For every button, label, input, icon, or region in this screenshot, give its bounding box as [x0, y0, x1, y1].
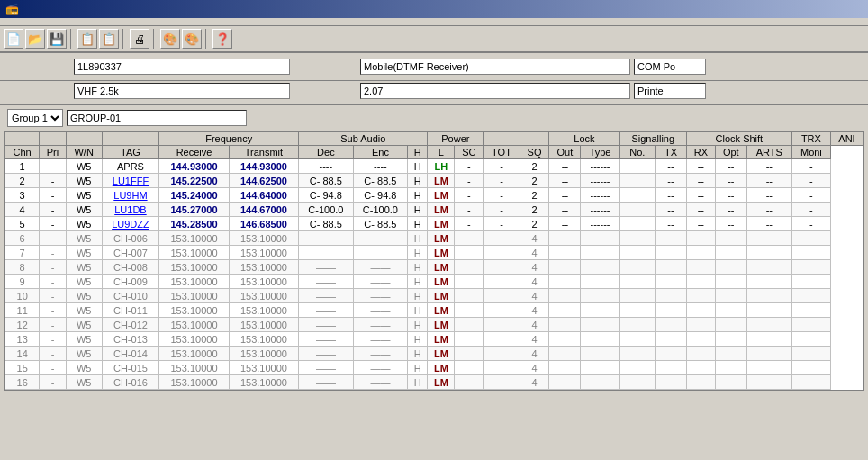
save-button[interactable]: 💾 [47, 29, 67, 49]
table-row[interactable]: 4 - W5 LU1DB 145.27000 144.67000 C-100.0… [5, 203, 863, 217]
cell-out [549, 375, 581, 390]
freq-band-input[interactable] [74, 83, 290, 99]
printer-input[interactable] [634, 83, 706, 99]
table-row[interactable]: 1 W5 APRS 144.93000 144.93000 ---- ---- … [5, 159, 863, 174]
cell-pri: - [40, 361, 66, 375]
cell-l: LM [428, 332, 455, 347]
cell-type [581, 375, 619, 390]
group-area: Group 1 Group 2 Group 3 Group 4 Group 5 [0, 105, 868, 131]
menu-signalling[interactable] [68, 20, 83, 23]
cell-rx: -- [686, 203, 715, 217]
table-row[interactable]: 10 - W5 CH-010 153.10000 153.10000 —— ——… [5, 289, 863, 303]
table-row[interactable]: 11 - W5 CH-011 153.10000 153.10000 —— ——… [5, 303, 863, 318]
cell-no [619, 289, 656, 303]
cell-type [581, 318, 619, 332]
cell-tag[interactable]: CH-011 [102, 303, 159, 318]
cell-tag[interactable]: LU1DB [102, 203, 159, 217]
cell-pri: - [40, 246, 66, 260]
new-button[interactable]: 📄 [4, 29, 23, 49]
cell-tag[interactable]: CH-014 [102, 347, 159, 361]
cell-pri: - [40, 303, 66, 318]
table-row[interactable]: 7 - W5 CH-007 153.10000 153.10000 H LM 4 [5, 246, 863, 260]
table-row[interactable]: 9 - W5 CH-009 153.10000 153.10000 —— —— … [5, 275, 863, 289]
cell-no [619, 361, 656, 375]
menu-radio[interactable] [85, 20, 99, 23]
table-row[interactable]: 6 W5 CH-006 153.10000 153.10000 H LM 4 [5, 231, 863, 246]
product-type-input[interactable] [360, 59, 630, 75]
menu-file[interactable] [4, 20, 18, 23]
cell-tx: -- [656, 217, 687, 231]
cell-tag[interactable]: CH-016 [102, 375, 159, 390]
open-button[interactable]: 📂 [25, 29, 45, 49]
color2-button[interactable]: 🎨 [182, 29, 202, 49]
table-row[interactable]: 3 - W5 LU9HM 145.24000 144.64000 C- 94.8… [5, 188, 863, 203]
channel-table-container[interactable]: Frequency Sub Audio Power Lock Signallin… [4, 131, 864, 391]
menu-help[interactable] [117, 20, 131, 23]
cell-tag[interactable]: CH-006 [102, 231, 159, 246]
cell-chn: 12 [5, 318, 40, 332]
cell-tag[interactable]: CH-015 [102, 361, 159, 375]
serial-no-input[interactable] [74, 59, 290, 75]
cell-tx: -- [656, 174, 687, 188]
cell-tot [484, 303, 520, 318]
cell-tag[interactable]: CH-010 [102, 289, 159, 303]
freq-band-row [7, 83, 290, 99]
cell-tag[interactable]: CH-013 [102, 332, 159, 347]
cell-tot [484, 347, 520, 361]
cell-h: H [408, 217, 428, 231]
cell-enc: —— [353, 275, 408, 289]
cell-tag[interactable]: LU1FFF [102, 174, 159, 188]
table-row[interactable]: 13 - W5 CH-013 153.10000 153.10000 —— ——… [5, 332, 863, 347]
cell-rx [686, 303, 715, 318]
menu-edit[interactable] [20, 20, 34, 23]
table-row[interactable]: 8 - W5 CH-008 153.10000 153.10000 —— —— … [5, 260, 863, 275]
cell-dec: —— [299, 375, 354, 390]
menu-channel[interactable] [101, 20, 115, 23]
table-row[interactable]: 16 - W5 CH-016 153.10000 153.10000 —— ——… [5, 375, 863, 390]
help-button[interactable]: ❓ [212, 29, 232, 49]
paste-button[interactable]: 📋 [99, 29, 119, 49]
table-row[interactable]: 15 - W5 CH-015 153.10000 153.10000 —— ——… [5, 361, 863, 375]
cell-dec [299, 246, 354, 260]
copy-button[interactable]: 📋 [77, 29, 97, 49]
cell-chn: 13 [5, 332, 40, 347]
table-row[interactable]: 5 - W5 LU9DZZ 145.28500 146.68500 C- 88.… [5, 217, 863, 231]
menu-common[interactable] [52, 20, 67, 23]
cell-type [581, 303, 619, 318]
toolbar: 📄 📂 💾 📋 📋 🖨 🎨 🎨 ❓ [0, 26, 868, 53]
cell-h: H [408, 260, 428, 275]
color1-button[interactable]: 🎨 [160, 29, 180, 49]
print-button[interactable]: 🖨 [130, 29, 149, 49]
cell-receive: 153.10000 [159, 347, 229, 361]
cell-tag[interactable]: CH-009 [102, 275, 159, 289]
table-row[interactable]: 2 - W5 LU1FFF 145.22500 144.62500 C- 88.… [5, 174, 863, 188]
cell-tag[interactable]: LU9HM [102, 188, 159, 203]
cell-tag[interactable]: CH-008 [102, 260, 159, 275]
cell-tot [484, 361, 520, 375]
group-name-input[interactable] [67, 110, 247, 126]
cell-tag[interactable]: CH-007 [102, 246, 159, 260]
cell-sq: 4 [520, 303, 549, 318]
cell-tag[interactable]: CH-012 [102, 318, 159, 332]
cell-pri: - [40, 174, 66, 188]
table-row[interactable]: 12 - W5 CH-012 153.10000 153.10000 —— ——… [5, 318, 863, 332]
th-ani-group: ANI [830, 132, 863, 146]
cell-l: LM [428, 318, 455, 332]
channel-table: Frequency Sub Audio Power Lock Signallin… [5, 131, 863, 390]
menu-view[interactable] [36, 20, 50, 23]
group-select[interactable]: Group 1 Group 2 Group 3 Group 4 Group 5 [7, 109, 63, 127]
cell-tx [656, 246, 687, 260]
cell-tag[interactable]: APRS [102, 159, 159, 174]
fw-version-input[interactable] [360, 83, 630, 99]
cell-no [619, 303, 656, 318]
th-signalling-group: Signalling [619, 132, 686, 146]
com-port-input[interactable] [634, 59, 706, 75]
cell-tag[interactable]: LU9DZZ [102, 217, 159, 231]
cell-opt [715, 275, 746, 289]
table-row[interactable]: 14 - W5 CH-014 153.10000 153.10000 —— ——… [5, 347, 863, 361]
th-frequency-group: Frequency [159, 132, 299, 146]
cell-opt: -- [715, 159, 746, 174]
cell-enc: ---- [353, 159, 408, 174]
cell-sq: 2 [520, 159, 549, 174]
th-wn-group [66, 132, 102, 146]
